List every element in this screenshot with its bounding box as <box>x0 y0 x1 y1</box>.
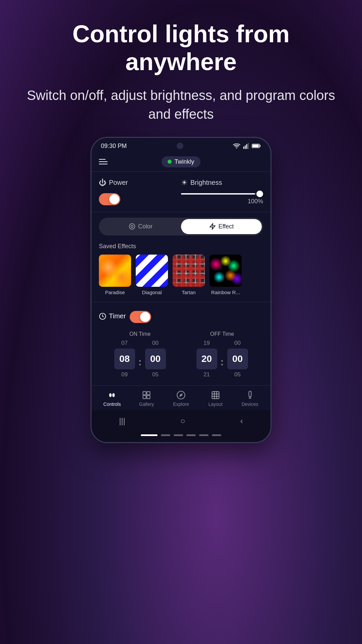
phone-wrapper: 09:30 PM <box>0 137 362 443</box>
effect-thumb-tartan <box>173 255 205 287</box>
svg-rect-7 <box>252 145 259 147</box>
online-indicator <box>168 160 172 164</box>
system-nav: ||| ○ ‹ <box>92 410 270 430</box>
nav-controls-label: Controls <box>103 401 121 407</box>
power-brightness-section: ⏻ Power ☀ Brightness <box>92 172 270 212</box>
color-icon <box>129 223 135 230</box>
brightness-slider[interactable]: 100% <box>181 193 263 205</box>
off-time-separator: : <box>221 356 224 368</box>
hero-title: Control lights from anywhere <box>20 20 342 76</box>
off-hours-current: 20 <box>196 348 217 369</box>
power-label: ⏻ Power <box>99 178 181 187</box>
off-minutes-current: 00 <box>227 348 248 369</box>
svg-rect-19 <box>143 395 146 398</box>
nav-gallery[interactable]: Gallery <box>133 390 160 407</box>
off-time-title: OFF Time <box>210 331 234 337</box>
effect-paradise[interactable]: Paradise <box>99 255 131 295</box>
svg-point-9 <box>131 225 133 228</box>
off-hours[interactable]: 19 20 21 <box>196 340 217 378</box>
saved-effects-label: Saved Effects <box>99 243 263 250</box>
svg-rect-4 <box>248 143 249 149</box>
timer-header: Timer <box>99 310 263 323</box>
on-hours-below: 09 <box>121 371 128 378</box>
brightness-value: 100% <box>181 198 263 205</box>
effect-rainbow[interactable]: Rainbow R... <box>209 255 242 295</box>
effect-tartan[interactable]: Tartan <box>173 255 205 295</box>
recent-apps-button[interactable]: ||| <box>119 416 125 426</box>
slider-fill <box>181 193 255 195</box>
power-toggle[interactable] <box>99 193 120 205</box>
off-time-col: OFF Time 19 20 21 : 00 00 05 <box>196 331 248 378</box>
back-button[interactable]: ‹ <box>240 416 243 426</box>
nav-layout-label: Layout <box>208 401 223 407</box>
page-dot-3 <box>174 434 183 436</box>
nav-controls[interactable]: Controls <box>99 390 125 407</box>
brightness-section: ☀ Brightness 100% <box>181 178 263 205</box>
page-dot-4 <box>186 434 196 436</box>
svg-marker-22 <box>179 393 183 397</box>
nav-explore[interactable]: Explore <box>168 390 194 407</box>
page-dot-6 <box>212 434 221 436</box>
on-time-display: 07 08 09 : 00 00 05 <box>114 340 166 378</box>
tab-bar: Color Effect <box>99 218 263 235</box>
tab-effect[interactable]: Effect <box>181 219 262 234</box>
tab-color[interactable]: Color <box>100 219 181 234</box>
hero-section: Control lights from anywhere Switch on/o… <box>0 0 362 137</box>
on-minutes-below: 05 <box>152 371 159 378</box>
battery-icon <box>252 143 261 149</box>
nav-layout[interactable]: Layout <box>202 390 229 407</box>
bottom-nav: Controls Gallery Explore <box>92 386 270 410</box>
svg-rect-20 <box>147 395 150 398</box>
on-time-col: ON Time 07 08 09 : 00 00 05 <box>114 331 166 378</box>
effect-thumb-diagonal <box>136 255 168 287</box>
svg-rect-28 <box>249 391 251 396</box>
on-hours-current: 08 <box>114 348 135 369</box>
effect-icon <box>209 223 216 230</box>
page-indicators <box>92 430 270 442</box>
timer-columns: ON Time 07 08 09 : 00 00 05 <box>99 331 263 378</box>
svg-point-8 <box>129 224 135 229</box>
svg-rect-3 <box>246 144 247 149</box>
effect-name-diagonal: Diagonal <box>142 289 162 295</box>
on-time-title: ON Time <box>129 331 150 337</box>
on-minutes[interactable]: 00 00 05 <box>145 340 166 378</box>
effects-grid: Paradise Diagonal Tartan Rainbow R... <box>99 255 263 295</box>
brightness-icon: ☀ <box>181 178 188 187</box>
on-hours[interactable]: 07 08 09 <box>114 340 135 378</box>
svg-rect-2 <box>245 145 246 149</box>
timer-toggle-knob <box>140 312 150 322</box>
on-hours-above: 07 <box>121 340 128 346</box>
timer-toggle[interactable] <box>130 311 151 323</box>
home-button[interactable]: ○ <box>180 416 185 426</box>
toggle-knob <box>109 194 119 204</box>
svg-rect-23 <box>212 391 219 398</box>
status-icons <box>233 143 261 149</box>
off-hours-above: 19 <box>203 340 210 346</box>
effect-diagonal[interactable]: Diagonal <box>136 255 168 295</box>
off-minutes-above: 00 <box>234 340 241 346</box>
off-minutes[interactable]: 00 00 05 <box>227 340 248 378</box>
nav-devices[interactable]: Devices <box>237 390 263 407</box>
wifi-icon <box>233 143 240 149</box>
devices-icon <box>245 390 255 400</box>
status-time: 09:30 PM <box>101 143 127 150</box>
svg-rect-1 <box>243 147 244 149</box>
timer-label: Timer <box>99 312 126 320</box>
camera-indicator <box>177 143 183 149</box>
status-bar: 09:30 PM <box>92 138 270 152</box>
gallery-icon <box>142 390 151 400</box>
effect-name-tartan: Tartan <box>182 289 196 295</box>
signal-icon <box>243 143 249 149</box>
power-section: ⏻ Power <box>99 178 181 205</box>
brand-name: Twinkly <box>174 158 194 165</box>
effect-name-paradise: Paradise <box>105 289 125 295</box>
page-dot-2 <box>161 434 170 436</box>
page-dot-5 <box>199 434 208 436</box>
nav-explore-label: Explore <box>173 401 189 407</box>
off-minutes-below: 05 <box>234 371 241 378</box>
layout-icon <box>211 390 220 400</box>
hamburger-menu[interactable] <box>99 159 108 164</box>
controls-icon <box>107 390 117 400</box>
effect-thumb-rainbow <box>209 255 242 287</box>
nav-gallery-label: Gallery <box>139 401 154 407</box>
